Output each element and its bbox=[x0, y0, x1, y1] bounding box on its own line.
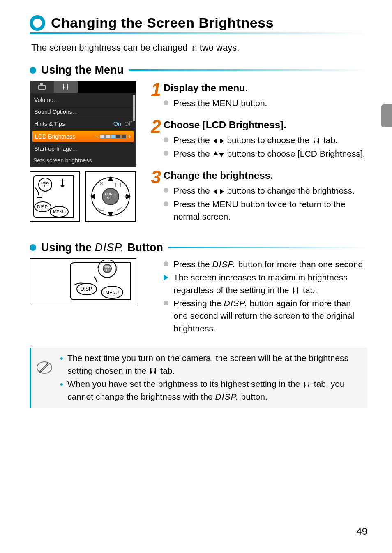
menu-glyph: MENU bbox=[212, 199, 239, 209]
dpad-diagram: FUNC. SET bbox=[85, 171, 136, 222]
svg-text:DISP.: DISP. bbox=[37, 204, 48, 209]
step1-bullet1: Press the MENU button. bbox=[164, 97, 267, 109]
menu-item-volume: Volume… bbox=[33, 94, 133, 106]
note-box: The next time you turn on the camera, th… bbox=[30, 348, 367, 408]
menu-item-hints: Hints & Tips On Off bbox=[33, 118, 133, 130]
heading-bullet-icon bbox=[30, 15, 45, 31]
svg-marker-17 bbox=[220, 138, 224, 144]
svg-marker-13 bbox=[90, 194, 95, 199]
menu-tab-camera bbox=[30, 81, 54, 93]
svg-text:MENU: MENU bbox=[106, 290, 119, 295]
thumb-tab bbox=[381, 104, 392, 127]
step2-bullet1: Press the buttons to choose the tab. bbox=[164, 134, 365, 146]
result-triangle-icon bbox=[164, 275, 168, 280]
step-title-2: Choose [LCD Brightness]. bbox=[164, 119, 365, 131]
camera-icon bbox=[38, 84, 46, 90]
svg-text:SET: SET bbox=[42, 185, 48, 187]
menu-item-lcd-brightness: LCD Brightness − + bbox=[32, 131, 134, 142]
svg-marker-11 bbox=[108, 176, 113, 181]
note-item-1: The next time you turn on the camera, th… bbox=[60, 352, 361, 377]
svg-marker-16 bbox=[213, 138, 217, 144]
disp-glyph: DISP. bbox=[224, 298, 247, 308]
step2-bullet2: Press the buttons to choose [LCD Brightn… bbox=[164, 148, 365, 160]
section-title: Using the Menu bbox=[41, 64, 124, 76]
page-number: 49 bbox=[356, 526, 367, 537]
left-right-icon bbox=[213, 188, 224, 195]
disp-glyph: DISP. bbox=[212, 259, 236, 269]
menu-item-sound: Sound Options… bbox=[33, 106, 133, 118]
section-bullet-icon bbox=[30, 67, 36, 74]
svg-rect-15 bbox=[116, 183, 121, 187]
menu-tab-tools bbox=[54, 81, 78, 93]
left-right-icon bbox=[213, 138, 224, 144]
tools-icon bbox=[292, 287, 300, 294]
disp-glyph: DISP. bbox=[215, 392, 239, 401]
disp-bullet3: Pressing the DISP. button again for more… bbox=[164, 297, 367, 335]
menu-item-startup: Start-up Image… bbox=[33, 143, 133, 155]
svg-marker-12 bbox=[108, 212, 113, 217]
brightness-slider: − + bbox=[95, 133, 131, 140]
svg-text:FUNC: FUNC bbox=[41, 181, 49, 184]
menu-glyph: MENU bbox=[212, 98, 239, 108]
svg-text:DISP.: DISP. bbox=[81, 286, 93, 292]
svg-text:SET: SET bbox=[104, 268, 110, 271]
step-title-3: Change the brightness. bbox=[164, 170, 367, 181]
page-heading-row: Changing the Screen Brightness bbox=[30, 15, 367, 31]
step-number-1: 1 bbox=[146, 81, 161, 115]
section-title-disp: Using the DISP. Button bbox=[41, 241, 163, 254]
step-title-1: Display the menu. bbox=[164, 82, 267, 94]
pencil-note-icon bbox=[36, 359, 53, 377]
note-item-2: When you have set the brightness to its … bbox=[60, 378, 361, 403]
menu-hint-text: Sets screen brightness bbox=[30, 155, 136, 167]
svg-marker-20 bbox=[213, 189, 217, 194]
heading-underline bbox=[30, 32, 367, 34]
section-rule bbox=[168, 247, 367, 248]
camera-menu-mock: Volume… Sound Options… Hints & Tips On O… bbox=[30, 81, 136, 167]
section-rule bbox=[129, 69, 367, 71]
section-heading-menu: Using the Menu bbox=[30, 64, 367, 76]
disp-bullet2: The screen increases to maximum brightne… bbox=[164, 271, 367, 296]
svg-text:MENU: MENU bbox=[53, 210, 65, 214]
camera-back-diagram-disp: FUNC SET DISP. MENU bbox=[30, 258, 136, 303]
page-heading: Changing the Screen Brightness bbox=[51, 15, 274, 31]
svg-text:SET: SET bbox=[107, 196, 114, 200]
svg-text:FUNC: FUNC bbox=[103, 265, 111, 268]
disp-bullet1: Press the DISP. button for more than one… bbox=[164, 258, 367, 271]
tools-icon bbox=[313, 137, 320, 145]
tools-icon bbox=[150, 368, 157, 375]
menu-scrollbar bbox=[133, 95, 135, 121]
intro-text: The screen brightness can be changed in … bbox=[31, 42, 367, 53]
camera-back-diagram: DISP. MENU FUNC SET bbox=[30, 171, 80, 222]
svg-marker-21 bbox=[220, 189, 224, 194]
section-heading-disp: Using the DISP. Button bbox=[30, 241, 367, 254]
step3-bullet1: Press the buttons to change the brightne… bbox=[164, 185, 367, 197]
svg-marker-18 bbox=[213, 151, 218, 155]
tools-icon bbox=[62, 83, 70, 90]
step-number-3: 3 bbox=[146, 168, 161, 229]
svg-marker-19 bbox=[219, 153, 224, 157]
step3-bullet2: Press the MENU button twice to return to… bbox=[164, 198, 367, 223]
svg-text:FUNC.: FUNC. bbox=[105, 192, 116, 196]
section-bullet-icon bbox=[30, 244, 36, 251]
up-down-icon bbox=[213, 151, 224, 157]
step-number-2: 2 bbox=[146, 118, 161, 166]
tools-icon bbox=[303, 381, 311, 389]
